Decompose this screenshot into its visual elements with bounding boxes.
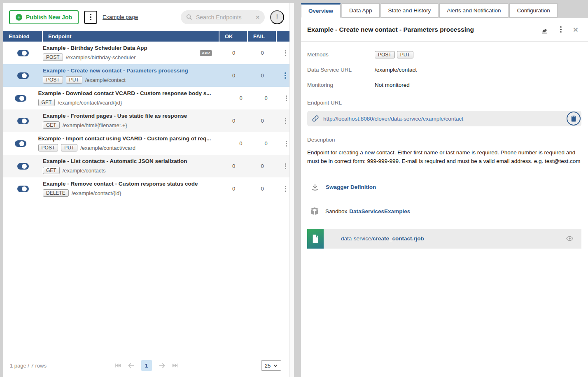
ok-count: 0: [219, 72, 248, 79]
next-page-button[interactable]: [159, 363, 165, 368]
enabled-toggle[interactable]: [17, 118, 29, 124]
tree-connector: [316, 217, 316, 227]
scrollbar[interactable]: [289, 3, 294, 377]
publish-new-job-button[interactable]: + Publish New Job: [9, 10, 79, 24]
example-page-link[interactable]: Example page: [103, 14, 138, 20]
enabled-cell: [3, 95, 38, 102]
enabled-toggle[interactable]: [17, 50, 29, 56]
search-endpoints-input[interactable]: Search Endpoints ×: [181, 10, 265, 24]
endpoint-meta: GET/example/html/{filename:.+}: [43, 121, 202, 129]
endpoint-url-label: Endpoint URL: [307, 100, 581, 106]
endpoint-cell: Example - Download contact VCARD - Custo…: [38, 90, 229, 106]
row-menu-button[interactable]: [282, 70, 289, 81]
last-page-button[interactable]: [172, 363, 178, 368]
header-fail: FAIL: [248, 31, 277, 42]
table-row[interactable]: Example - Remove contact - Custom respon…: [3, 177, 294, 200]
method-badge: PUT: [397, 51, 413, 58]
endpoint-url-link[interactable]: http://localhost:8080/clover/data-servic…: [323, 116, 463, 122]
job-file-label[interactable]: data-service/create_contact.rjob: [341, 235, 424, 242]
first-page-button[interactable]: [115, 363, 121, 368]
sandbox-box-icon: [310, 207, 319, 215]
enabled-cell: [3, 186, 43, 192]
method-badge: POST: [43, 54, 63, 61]
fail-count: 0: [248, 72, 277, 79]
table-row[interactable]: Example - List contacts - Automatic JSON…: [3, 155, 294, 177]
table-row[interactable]: Example - Download contact VCARD - Custo…: [3, 87, 294, 109]
fail-count: 0: [248, 50, 277, 56]
app-badge: APP: [200, 50, 212, 56]
kebab-icon: [90, 14, 91, 16]
method-badge: GET: [43, 121, 60, 129]
endpoint-path: /example/contact/vcard/{id}: [58, 100, 122, 106]
close-detail-button[interactable]: ×: [573, 25, 578, 34]
methods-field: Methods POSTPUT: [307, 50, 581, 59]
view-job-button[interactable]: [566, 236, 573, 241]
eye-icon: [566, 236, 573, 241]
header-endpoint: Endpoint: [43, 31, 219, 42]
ok-count: 0: [219, 186, 248, 192]
header-ok: OK: [219, 31, 248, 42]
row-menu-button[interactable]: [282, 48, 289, 58]
tab-state-and-history[interactable]: State and History: [381, 3, 439, 18]
methods-badges: POSTPUT: [375, 51, 413, 58]
ok-count: 0: [229, 95, 254, 101]
detail-title: Example - Create new contact - Parameter…: [307, 26, 528, 33]
method-badge: POST: [375, 51, 395, 58]
enabled-toggle[interactable]: [17, 163, 29, 170]
sandbox-row: Sandbox DataServicesExamples: [307, 207, 581, 215]
row-menu-button[interactable]: [282, 116, 289, 126]
table-row[interactable]: Example - Import contact using VCARD - C…: [3, 132, 294, 155]
endpoint-meta: POSTPUT/example/contact: [43, 76, 202, 84]
job-file-name: create_contact.rjob: [373, 235, 424, 242]
enabled-toggle[interactable]: [15, 140, 26, 147]
toggle-knob: [22, 119, 27, 123]
enabled-toggle[interactable]: [17, 72, 29, 79]
row-menu-button[interactable]: [282, 184, 289, 194]
current-page[interactable]: 1: [141, 360, 152, 371]
clear-statistics-button[interactable]: [540, 26, 548, 34]
endpoint-detail-panel: Example - Create new contact - Parameter…: [301, 18, 588, 377]
copy-url-button[interactable]: [567, 112, 581, 126]
toolbar-menu-button[interactable]: [84, 11, 97, 24]
tab-data-app[interactable]: Data App: [342, 3, 380, 18]
table-row[interactable]: Example - Birthday Scheduler Data AppPOS…: [3, 42, 294, 64]
endpoint-cell: Example - List contacts - Automatic JSON…: [43, 158, 219, 174]
enabled-toggle[interactable]: [15, 95, 26, 102]
previous-page-button[interactable]: [128, 363, 134, 368]
download-icon: [311, 184, 319, 191]
search-clear-icon[interactable]: ×: [256, 14, 259, 20]
alerts-button[interactable]: !: [270, 10, 284, 24]
fail-count: 0: [253, 140, 279, 147]
method-badge: GET: [38, 99, 55, 106]
tab-overview[interactable]: Overview: [301, 3, 341, 18]
data-service-url-value: /example/contact: [375, 67, 417, 73]
table-row[interactable]: Example - Frontend pages - Use static fi…: [3, 109, 294, 132]
row-menu-button[interactable]: [283, 138, 289, 149]
kebab-icon: [560, 26, 562, 28]
table-row[interactable]: Example - Create new contact - Parameter…: [3, 64, 294, 87]
ok-count: 0: [219, 50, 248, 56]
toggle-knob: [19, 141, 24, 146]
sandbox-link[interactable]: DataServicesExamples: [349, 208, 410, 214]
enabled-cell: [3, 140, 38, 147]
page-size-select[interactable]: 25: [261, 360, 281, 371]
endpoint-meta: POST/examples/birthday-scheduler: [43, 54, 202, 61]
document-icon: [312, 234, 319, 243]
enabled-toggle[interactable]: [17, 186, 29, 192]
endpoint-path: /example/html/{filename:.+}: [63, 122, 127, 128]
detail-menu-button[interactable]: [560, 26, 562, 33]
method-badge: POST: [43, 76, 63, 84]
endpoint-title: Example - List contacts - Automatic JSON…: [43, 158, 202, 164]
swagger-definition-link[interactable]: Swagger Definition: [326, 184, 376, 190]
detail-header: Example - Create new contact - Parameter…: [301, 18, 588, 42]
method-badge: PUT: [66, 76, 82, 84]
row-menu-button[interactable]: [282, 161, 289, 172]
detail-tabs: OverviewData AppState and HistoryAlerts …: [301, 3, 559, 18]
tab-configuration[interactable]: Configuration: [509, 3, 557, 18]
method-badge: DELETE: [43, 189, 69, 197]
job-file-card[interactable]: data-service/create_contact.rjob: [307, 229, 581, 249]
tab-alerts-and-notification[interactable]: Alerts and Notification: [439, 3, 508, 18]
row-menu-button[interactable]: [283, 93, 289, 104]
endpoints-list: Example - Birthday Scheduler Data AppPOS…: [3, 42, 294, 200]
endpoint-cell: Example - Frontend pages - Use static fi…: [43, 113, 219, 129]
